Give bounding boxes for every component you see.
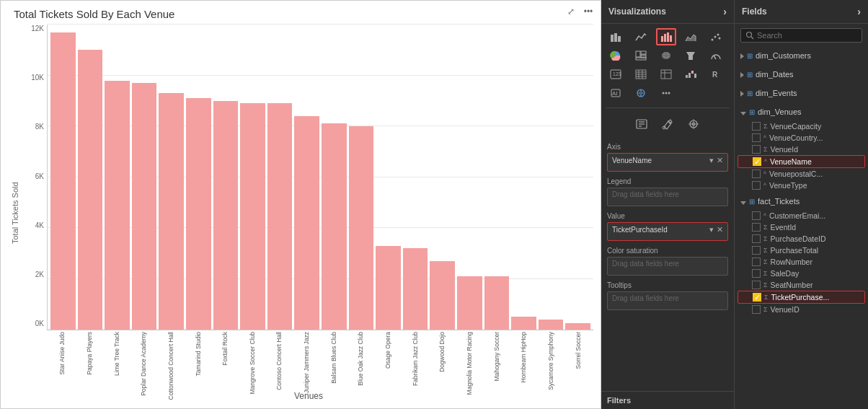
fields-search-box[interactable] bbox=[740, 28, 862, 43]
viz-map[interactable] bbox=[656, 47, 676, 64]
viz-ai[interactable]: AI bbox=[606, 84, 626, 102]
bar-col[interactable] bbox=[376, 25, 401, 330]
bar-col[interactable] bbox=[78, 25, 103, 330]
viz-area[interactable] bbox=[681, 28, 701, 45]
field-item[interactable]: ΣRowNumber bbox=[738, 256, 865, 268]
viz-pie[interactable] bbox=[606, 47, 626, 64]
color-sat-well-box[interactable]: Drag data fields here bbox=[607, 257, 728, 276]
field-item[interactable]: ΣVenueCapacity bbox=[738, 120, 865, 132]
bar-col[interactable] bbox=[186, 25, 211, 330]
axis-remove-icon[interactable]: ✕ bbox=[717, 156, 723, 165]
fields-expand[interactable]: › bbox=[857, 6, 861, 17]
field-checkbox[interactable] bbox=[752, 305, 761, 314]
viz-more[interactable] bbox=[656, 84, 676, 102]
field-item[interactable]: ΣVenueId bbox=[738, 144, 865, 155]
bar-col[interactable] bbox=[322, 25, 347, 330]
bar-col[interactable] bbox=[213, 25, 239, 330]
field-group-header[interactable]: ⊞fact_Tickets bbox=[738, 193, 865, 210]
field-checkbox[interactable] bbox=[752, 281, 761, 289]
field-checkbox[interactable] bbox=[752, 234, 761, 243]
viz-gauge[interactable] bbox=[706, 47, 726, 64]
chevron-right-icon bbox=[740, 68, 744, 81]
axis-dropdown-icon[interactable]: ▾ bbox=[709, 156, 714, 165]
field-checkbox[interactable] bbox=[752, 246, 761, 255]
viz-card[interactable]: 123 bbox=[606, 66, 626, 83]
x-label-col: Sorrel Soccer bbox=[565, 332, 590, 390]
field-group-header[interactable]: ⊞dim_Customers bbox=[738, 47, 865, 64]
bar-col[interactable] bbox=[565, 25, 590, 330]
viz-r[interactable]: R bbox=[706, 66, 726, 83]
field-item[interactable]: ᴬCustomerEmai... bbox=[738, 210, 865, 221]
bar-col[interactable] bbox=[159, 25, 184, 330]
field-checkbox[interactable] bbox=[752, 122, 761, 131]
field-item-label: VenueId bbox=[771, 145, 799, 154]
bar-col[interactable] bbox=[267, 25, 293, 330]
value-dropdown-icon[interactable]: ▾ bbox=[709, 225, 714, 234]
field-checkbox[interactable] bbox=[752, 258, 761, 266]
bar-col[interactable] bbox=[132, 25, 157, 330]
legend-well-box[interactable]: Drag data fields here bbox=[607, 188, 728, 206]
value-well-box[interactable]: TicketPurchaseId ▾ ✕ bbox=[607, 222, 728, 241]
field-item[interactable]: ΣSeatNumber bbox=[738, 279, 865, 291]
bar-col[interactable] bbox=[349, 25, 374, 330]
axis-well-box[interactable]: VenueName ▾ ✕ bbox=[607, 153, 728, 172]
field-checkbox[interactable] bbox=[752, 181, 761, 190]
field-checkbox[interactable]: ✓ bbox=[753, 157, 761, 166]
bar-col[interactable] bbox=[105, 25, 130, 330]
bar-col[interactable] bbox=[511, 25, 536, 330]
svg-rect-11 bbox=[636, 51, 640, 57]
viz-table[interactable] bbox=[631, 66, 651, 83]
viz-bar-chart[interactable] bbox=[656, 28, 676, 45]
field-checkbox[interactable] bbox=[752, 223, 761, 232]
field-checkbox[interactable] bbox=[752, 269, 761, 278]
field-item[interactable]: ᴬVenueCountry... bbox=[738, 132, 865, 144]
field-checkbox[interactable] bbox=[752, 170, 761, 178]
bar-col[interactable] bbox=[484, 25, 510, 330]
bar-col[interactable] bbox=[457, 25, 482, 330]
field-checkbox[interactable]: ✓ bbox=[753, 293, 761, 302]
bar-col[interactable] bbox=[50, 25, 76, 330]
field-item[interactable]: ᴬVenueType bbox=[738, 180, 865, 191]
bar-col[interactable] bbox=[539, 25, 564, 330]
field-item[interactable]: ✓ᴬVenueName bbox=[738, 155, 865, 168]
chevron-down-icon bbox=[740, 195, 746, 208]
fields-panel: Fields › ⊞dim_Customers⊞dim_Dates⊞dim_Ev… bbox=[735, 0, 868, 409]
field-item-label: CustomerEmai... bbox=[769, 211, 825, 220]
field-item[interactable]: ✓ΣTicketPurchase... bbox=[738, 291, 865, 304]
field-checkbox[interactable] bbox=[752, 211, 761, 220]
field-checkbox[interactable] bbox=[752, 133, 761, 142]
viz-waterfall[interactable] bbox=[681, 66, 701, 83]
analytics-icon[interactable] bbox=[682, 114, 705, 134]
value-remove-icon[interactable]: ✕ bbox=[717, 225, 723, 234]
viz-matrix[interactable] bbox=[656, 66, 676, 83]
viz-treemap[interactable] bbox=[631, 47, 651, 64]
viz-scatter[interactable] bbox=[706, 28, 726, 45]
fields-title: Fields bbox=[742, 6, 767, 17]
viz-stacked-bar[interactable] bbox=[606, 28, 626, 45]
visualizations-expand[interactable]: › bbox=[723, 6, 727, 17]
bar-col[interactable] bbox=[403, 25, 428, 330]
field-item[interactable]: ᴬVenuepostalC... bbox=[738, 168, 865, 180]
field-group-header[interactable]: ⊞dim_Events bbox=[738, 84, 865, 102]
field-checkbox[interactable] bbox=[752, 145, 761, 154]
viz-globe[interactable] bbox=[631, 84, 651, 102]
bar-col[interactable] bbox=[430, 25, 455, 330]
search-input[interactable] bbox=[757, 31, 857, 40]
field-group-header[interactable]: ⊞dim_Venues bbox=[738, 103, 865, 120]
field-group-header[interactable]: ⊞dim_Dates bbox=[738, 66, 865, 83]
field-item[interactable]: ΣPurchaseDateID bbox=[738, 233, 865, 245]
format-icon[interactable] bbox=[630, 114, 653, 134]
expand-icon[interactable]: ⤢ bbox=[564, 5, 577, 18]
field-item[interactable]: ΣPurchaseTotal bbox=[738, 245, 865, 256]
bar-col[interactable] bbox=[240, 25, 265, 330]
viz-line[interactable] bbox=[631, 28, 651, 45]
field-type-icon: Σ bbox=[763, 235, 768, 242]
field-item[interactable]: ΣSaleDay bbox=[738, 268, 865, 279]
paint-icon[interactable] bbox=[656, 114, 679, 134]
more-options-icon[interactable]: ••• bbox=[582, 5, 595, 18]
field-item[interactable]: ΣVenueID bbox=[738, 304, 865, 315]
tooltips-well-box[interactable]: Drag data fields here bbox=[607, 291, 728, 310]
bar-col[interactable] bbox=[294, 25, 319, 330]
field-item[interactable]: ΣEventId bbox=[738, 221, 865, 233]
viz-funnel[interactable] bbox=[681, 47, 701, 64]
